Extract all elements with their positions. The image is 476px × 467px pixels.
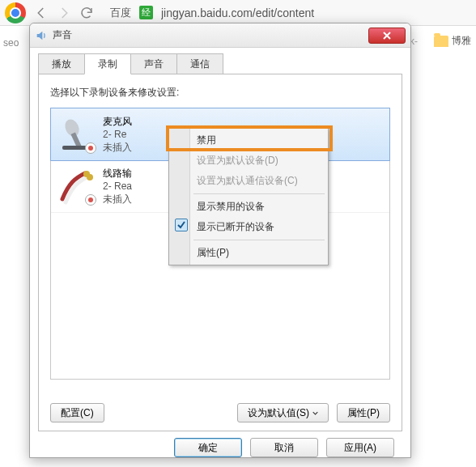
cancel-button[interactable]: 取消 [250, 438, 318, 457]
svg-rect-1 [70, 133, 81, 148]
titlebar[interactable]: 声音 [30, 23, 410, 48]
check-icon [175, 219, 188, 231]
menu-separator [193, 193, 325, 194]
device-status: 未插入 [103, 193, 132, 206]
back-icon[interactable] [34, 6, 49, 20]
dialog-title: 声音 [53, 28, 368, 42]
apply-button[interactable]: 应用(A) [326, 438, 394, 457]
background-text-left: seo [3, 37, 19, 49]
chevron-down-icon [312, 410, 318, 416]
status-unplugged-icon [85, 142, 96, 154]
svg-point-4 [87, 174, 93, 180]
set-default-label: 设为默认值(S) [248, 406, 309, 420]
tab-sounds[interactable]: 声音 [130, 53, 177, 74]
menu-set-default-comm: 设置为默认通信设备(C) [171, 171, 326, 191]
reload-icon[interactable] [79, 6, 94, 20]
device-line2: 2- Rea [103, 180, 132, 193]
properties-button[interactable]: 属性(P) [337, 403, 390, 422]
device-context-menu: 禁用 设置为默认设备(D) 设置为默认通信设备(C) 显示禁用的设备 显示已断开… [168, 128, 329, 265]
menu-show-disconnected[interactable]: 显示已断开的设备 [171, 217, 326, 237]
configure-button[interactable]: 配置(C) [50, 403, 104, 422]
dialog-buttons: 确定 取消 应用(A) [30, 431, 410, 465]
background-folders: ak- 博雅 [404, 34, 471, 48]
menu-show-disconnected-label: 显示已断开的设备 [197, 221, 274, 232]
tab-playback[interactable]: 播放 [38, 53, 85, 74]
forward-icon[interactable] [57, 6, 71, 20]
baidu-badge: 经 [139, 6, 153, 19]
sound-icon [35, 29, 48, 42]
menu-show-disabled[interactable]: 显示禁用的设备 [171, 197, 326, 217]
linein-icon [57, 167, 96, 206]
ok-button[interactable]: 确定 [174, 438, 242, 457]
panel-prompt: 选择以下录制设备来修改设置: [50, 86, 390, 100]
folder-icon [434, 36, 448, 47]
status-unplugged-icon [85, 194, 96, 206]
tab-recording[interactable]: 录制 [84, 53, 131, 74]
close-button[interactable] [368, 28, 406, 44]
device-line2: 2- Re [103, 128, 132, 141]
menu-disable[interactable]: 禁用 [171, 130, 326, 151]
menu-separator [193, 240, 325, 240]
folder-label[interactable]: 博雅 [452, 34, 471, 48]
chrome-logo-icon [5, 2, 26, 23]
menu-set-default: 设置为默认设备(D) [171, 151, 326, 171]
microphone-icon [57, 115, 96, 154]
device-status: 未插入 [103, 141, 132, 154]
url-prefix: 百度 [110, 6, 131, 20]
menu-properties[interactable]: 属性(P) [171, 243, 326, 263]
set-default-button[interactable]: 设为默认值(S) [237, 403, 329, 422]
tab-communications[interactable]: 通信 [176, 53, 223, 74]
device-name: 线路输 [103, 167, 132, 180]
device-name: 麦克风 [103, 115, 132, 128]
address-bar-text[interactable]: jingyan.baidu.com/edit/content [161, 6, 471, 19]
panel-bottom-controls: 配置(C) 设为默认值(S) 属性(P) [50, 403, 390, 422]
svg-rect-2 [62, 146, 87, 150]
tabstrip: 播放 录制 声音 通信 [38, 53, 402, 74]
